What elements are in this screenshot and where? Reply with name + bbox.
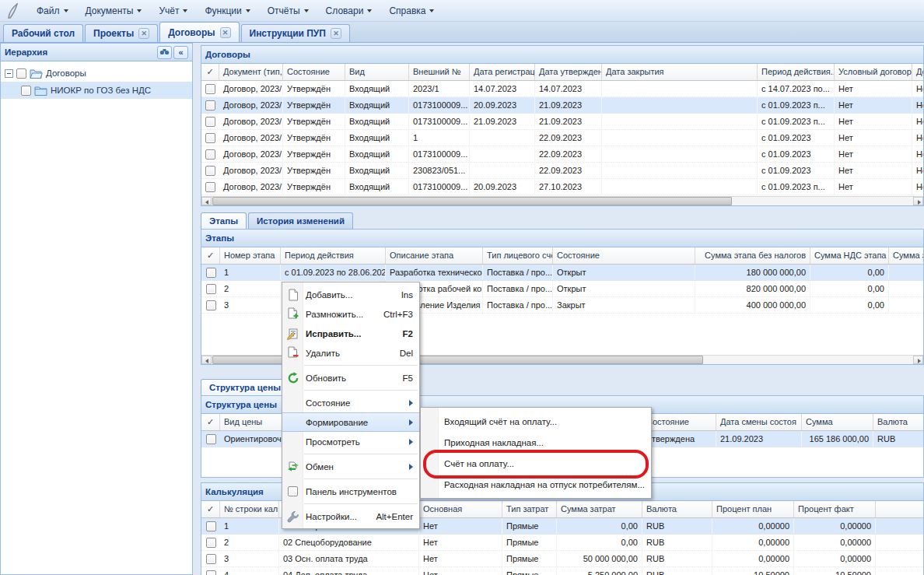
submenu-item-payment-invoice[interactable]: Счёт на оплату... <box>421 453 651 474</box>
menu-item-formation[interactable]: Формирование <box>282 412 419 432</box>
row-checkbox[interactable] <box>206 538 216 548</box>
tree-node-niokr[interactable]: НИОКР по ГОЗ без НДС <box>1 82 192 99</box>
menu-item-delete[interactable]: Удалить Del <box>282 343 419 363</box>
menu-item-add[interactable]: Добавить... Ins <box>282 285 419 304</box>
row-checkbox[interactable] <box>205 182 215 192</box>
column-header[interactable]: № строки кал <box>220 501 279 517</box>
row-checkbox[interactable] <box>206 268 216 278</box>
check-column-header[interactable]: ✓ <box>201 64 219 80</box>
row-checkbox[interactable] <box>205 133 215 143</box>
menu-item-duplicate[interactable]: Размножить... Ctrl+F3 <box>282 304 419 324</box>
scroll-left-icon[interactable] <box>201 197 212 205</box>
table-row[interactable]: Договор, 2023/... Утверждён Входящий 017… <box>201 146 923 163</box>
menu-file[interactable]: Файл <box>28 2 77 19</box>
column-header[interactable]: Тип затрат <box>502 501 557 517</box>
row-checkbox[interactable] <box>206 284 216 294</box>
column-header[interactable]: Дата утверждения <box>535 64 602 80</box>
menu-item-toolbar[interactable]: Панель инструментов <box>282 482 419 501</box>
collapse-panel-icon[interactable]: « <box>173 46 188 59</box>
row-checkbox[interactable] <box>205 149 215 160</box>
column-header[interactable]: Процент план <box>712 501 794 517</box>
column-header[interactable]: Договор <box>912 64 924 80</box>
menu-documents[interactable]: Документы <box>77 2 151 19</box>
menu-help[interactable]: Справка <box>380 2 443 19</box>
table-row[interactable]: Договор, 2023/... Утверждён Входящий 017… <box>201 97 923 114</box>
close-icon[interactable]: ✕ <box>220 27 231 38</box>
row-checkbox[interactable] <box>206 521 216 531</box>
column-header[interactable]: Валюта <box>642 501 712 517</box>
column-header[interactable]: Сумма эт <box>889 247 924 264</box>
submenu-item-incoming-invoice[interactable]: Входящий счёт на оплату... <box>421 411 651 432</box>
column-header[interactable]: Дата смены состоя <box>716 414 802 430</box>
tab-price-structure[interactable]: Структура цены <box>201 379 288 395</box>
column-header[interactable]: Основная <box>419 501 502 517</box>
column-header[interactable]: Период действия <box>281 247 386 264</box>
tab-stages[interactable]: Этапы <box>201 212 247 229</box>
tree-node-contracts[interactable]: Договоры <box>1 65 192 82</box>
column-header[interactable]: Тип лицевого счёт <box>483 247 553 264</box>
table-row[interactable]: Договор, 2023/... Утверждён Входящий 1 2… <box>201 130 923 146</box>
tab-contracts[interactable]: Договоры✕ <box>159 22 239 42</box>
menu-item-view[interactable]: Просмотреть <box>282 432 419 451</box>
tab-change-history[interactable]: История изменений <box>248 212 353 229</box>
table-row[interactable]: 2 02 Спецоборудование Нет Прямые 0,00 RU… <box>201 535 923 551</box>
column-header[interactable]: Номер этапа <box>220 247 281 264</box>
check-column-header[interactable]: ✓ <box>201 247 220 264</box>
row-checkbox[interactable] <box>205 117 215 127</box>
row-checkbox[interactable] <box>206 434 216 444</box>
search-icon[interactable] <box>157 46 172 59</box>
column-header[interactable]: Сумма затрат <box>557 501 642 517</box>
table-row[interactable]: 3 03 Осн. оплата труда Нет Прямые 50 000… <box>201 551 923 567</box>
check-column-header[interactable]: ✓ <box>201 501 220 517</box>
row-checkbox[interactable] <box>205 166 215 176</box>
table-row[interactable]: 1 с 01.09.2023 по 28.06.2024 Разработка … <box>201 265 923 281</box>
tab-pup-instructions[interactable]: Инструкции ПУП✕ <box>241 24 350 42</box>
check-column-header[interactable]: ✓ <box>201 414 220 430</box>
collapse-node-icon[interactable] <box>5 69 13 78</box>
column-header[interactable]: Вид <box>345 64 409 80</box>
column-header[interactable]: Состояние <box>642 414 716 430</box>
horizontal-scrollbar[interactable] <box>201 196 923 205</box>
tab-projects[interactable]: Проекты✕ <box>85 24 158 42</box>
submenu-item-receipt-note[interactable]: Приходная накладная... <box>421 432 651 453</box>
scroll-right-icon[interactable] <box>913 356 923 364</box>
scroll-right-icon[interactable] <box>913 197 923 205</box>
row-checkbox[interactable] <box>206 570 216 575</box>
table-row[interactable]: 4 04 Доп. оплата труда Нет Прямые 5 250 … <box>201 567 923 575</box>
column-header[interactable]: Описание этапа <box>386 247 483 264</box>
splitter[interactable] <box>193 43 201 575</box>
row-checkbox[interactable] <box>205 100 215 110</box>
column-header[interactable]: Внешний № <box>409 64 470 80</box>
row-checkbox[interactable] <box>205 84 215 94</box>
column-header[interactable]: Сумма НДС этапа <box>810 247 889 264</box>
column-header[interactable]: Сумма этапа без налогов <box>695 247 810 264</box>
menu-functions[interactable]: Функции <box>196 2 258 19</box>
close-icon[interactable]: ✕ <box>138 28 149 39</box>
tab-desktop[interactable]: Рабочий стол <box>3 24 83 42</box>
scroll-left-icon[interactable] <box>201 356 212 364</box>
menu-item-exchange[interactable]: Обмен <box>282 457 419 476</box>
menu-item-state[interactable]: Состояние <box>282 393 419 412</box>
column-header[interactable]: Период действия.. <box>758 64 835 80</box>
scrollbar-thumb[interactable] <box>212 197 732 205</box>
table-row[interactable]: Договор, 2023/... Утверждён Входящий 202… <box>201 81 923 97</box>
menu-reports[interactable]: Отчёты <box>259 2 317 19</box>
submenu-item-consumer-dispatch-note[interactable]: Расходная накладная на отпуск потребител… <box>421 474 651 495</box>
table-row[interactable]: Договор, 2023/... Утверждён Входящий 017… <box>201 179 923 195</box>
column-header[interactable]: Дата закрытия <box>602 64 758 80</box>
column-header[interactable]: Дата регистрации. <box>470 64 535 80</box>
column-header[interactable]: Состояние <box>553 247 695 264</box>
node-checkbox[interactable] <box>16 68 26 79</box>
menu-item-settings[interactable]: Настройки... Alt+Enter <box>282 507 419 526</box>
close-icon[interactable]: ✕ <box>331 28 341 39</box>
column-header[interactable]: Процент факт <box>794 501 876 517</box>
table-row[interactable]: Договор, 2023/... Утверждён Входящий 230… <box>201 163 923 179</box>
menu-item-edit[interactable]: Исправить... F2 <box>282 324 419 343</box>
row-checkbox[interactable] <box>206 554 216 564</box>
column-header[interactable]: Сумма <box>802 414 873 430</box>
column-header[interactable]: Условный договор <box>835 64 912 80</box>
column-header[interactable]: Валюта <box>873 414 924 430</box>
table-row[interactable]: Договор, 2023/... Утверждён Входящий 017… <box>201 114 923 130</box>
menu-accounting[interactable]: Учёт <box>150 2 196 19</box>
column-header[interactable]: Состояние <box>283 64 345 80</box>
